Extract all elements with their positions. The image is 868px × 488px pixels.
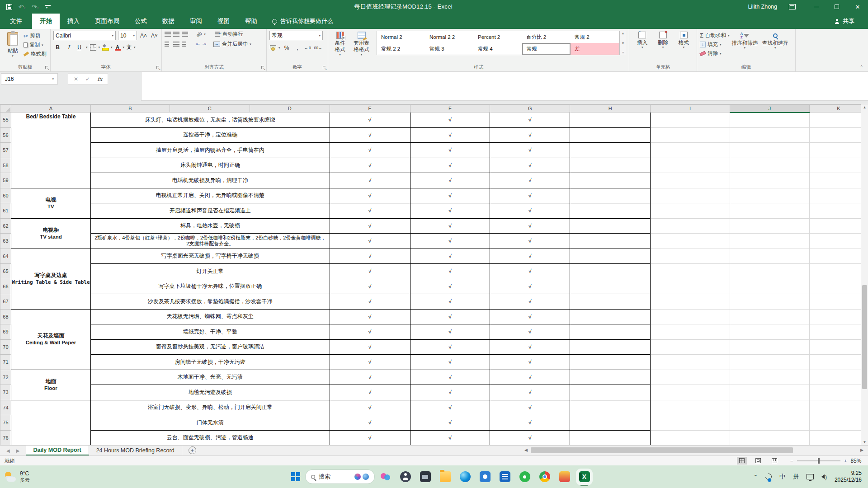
check-cell[interactable]: √ xyxy=(410,264,490,279)
checklist-item-cell[interactable]: 遥控器干净，定位准确 xyxy=(90,127,330,143)
empty-cell[interactable] xyxy=(730,279,810,294)
checklist-item-cell[interactable]: 写字桌面光亮无破损，写字椅干净无破损 xyxy=(90,249,330,264)
check-cell[interactable]: √ xyxy=(490,264,570,279)
green-app-icon[interactable] xyxy=(519,471,530,483)
check-cell[interactable]: √ xyxy=(330,249,410,264)
cell-style-item[interactable]: 常规 4 xyxy=(474,43,522,55)
scroll-right-icon[interactable]: ▶ xyxy=(860,448,863,452)
empty-cell[interactable] xyxy=(570,218,651,234)
tab-开始[interactable]: 开始 xyxy=(32,14,60,29)
empty-cell[interactable] xyxy=(570,188,651,203)
empty-cell[interactable] xyxy=(651,415,730,431)
new-sheet-button[interactable]: + xyxy=(189,446,196,454)
vertical-scroll-thumb[interactable] xyxy=(862,285,867,389)
empty-cell[interactable] xyxy=(651,430,730,445)
excel-icon[interactable]: X xyxy=(579,471,590,483)
check-cell[interactable]: √ xyxy=(330,430,410,445)
empty-cell[interactable] xyxy=(809,218,868,234)
empty-cell[interactable] xyxy=(809,339,868,355)
cut-button[interactable]: ✂剪切 xyxy=(24,33,47,39)
empty-cell[interactable] xyxy=(730,234,810,249)
empty-cell[interactable] xyxy=(809,264,868,279)
empty-cell[interactable] xyxy=(651,294,730,310)
check-cell[interactable]: √ xyxy=(490,143,570,158)
empty-cell[interactable] xyxy=(730,370,810,385)
check-cell[interactable]: √ xyxy=(330,385,410,400)
format-as-table-button[interactable]: 套用表格格式▾ xyxy=(349,31,374,58)
checklist-item-cell[interactable]: 木地面干净、光亮、无污渍 xyxy=(90,370,330,385)
grow-font-button[interactable]: A˄ xyxy=(139,31,148,40)
increase-decimal-icon[interactable]: ←.0 xyxy=(304,46,311,50)
row-header-55[interactable]: 55 xyxy=(0,113,11,128)
empty-cell[interactable] xyxy=(730,203,810,219)
clipboard-dialog-launcher[interactable] xyxy=(45,66,49,70)
name-box[interactable]: J16▾ xyxy=(1,73,58,84)
empty-cell[interactable] xyxy=(730,430,810,445)
zoom-percentage[interactable]: 85% xyxy=(850,458,861,464)
align-top-icon[interactable] xyxy=(165,32,171,37)
account-name[interactable]: Lilith Zhong xyxy=(748,4,777,10)
row-header-67[interactable]: 67 xyxy=(0,294,11,310)
check-cell[interactable]: √ xyxy=(490,218,570,234)
empty-cell[interactable] xyxy=(730,218,810,234)
empty-cell[interactable] xyxy=(570,400,651,415)
weather-widget[interactable]: 9°C 多云 xyxy=(0,471,90,483)
file-explorer-icon[interactable] xyxy=(439,471,451,483)
check-cell[interactable]: √ xyxy=(330,370,410,385)
empty-cell[interactable] xyxy=(651,264,730,279)
empty-cell[interactable] xyxy=(651,400,730,415)
row-header-76[interactable]: 76 xyxy=(0,430,11,445)
start-button[interactable] xyxy=(291,472,300,481)
check-cell[interactable]: √ xyxy=(490,430,570,445)
alignment-dialog-launcher[interactable] xyxy=(261,66,265,70)
empty-cell[interactable] xyxy=(570,158,651,173)
enter-formula-icon[interactable]: ✓ xyxy=(85,76,90,82)
share-button[interactable]: 共享 xyxy=(835,14,868,29)
checklist-item-cell[interactable]: 电视机正常开启、关闭，无异响或图像不清楚 xyxy=(90,188,330,203)
category-cell[interactable]: 写字桌及边桌Writing Table & Side Table xyxy=(11,249,90,309)
row-header-63[interactable]: 63 xyxy=(0,234,11,249)
check-cell[interactable]: √ xyxy=(330,309,410,324)
empty-cell[interactable] xyxy=(809,355,868,370)
number-dialog-launcher[interactable] xyxy=(323,66,326,70)
cancel-formula-icon[interactable]: ✕ xyxy=(74,76,78,82)
empty-cell[interactable] xyxy=(809,188,868,203)
sheet-tab-daily-mod-report[interactable]: Daily MOD Report xyxy=(26,446,89,455)
comma-style-button[interactable]: , xyxy=(293,43,302,52)
empty-cell[interactable] xyxy=(570,203,651,219)
empty-cell[interactable] xyxy=(570,143,651,158)
empty-cell[interactable] xyxy=(730,188,810,203)
empty-cell[interactable] xyxy=(730,385,810,400)
check-cell[interactable]: √ xyxy=(330,218,410,234)
accounting-dropdown[interactable]: ▾ xyxy=(278,46,280,50)
zoom-slider[interactable] xyxy=(797,460,840,461)
checklist-item-cell[interactable]: 沙发及茶几按要求摆放，靠垫饱满挺括，沙发套干净 xyxy=(90,294,330,310)
empty-cell[interactable] xyxy=(570,113,651,128)
empty-cell[interactable] xyxy=(730,127,810,143)
redo-icon[interactable]: ↷▾ xyxy=(32,4,38,10)
empty-cell[interactable] xyxy=(809,113,868,128)
horizontal-scrollbar[interactable]: ◀ ▶ xyxy=(524,447,863,454)
hidden-icons-chevron[interactable]: ⌃ xyxy=(754,474,758,480)
check-cell[interactable]: √ xyxy=(330,113,410,128)
empty-cell[interactable] xyxy=(730,249,810,264)
check-cell[interactable]: √ xyxy=(490,339,570,355)
empty-cell[interactable] xyxy=(730,324,810,340)
decrease-decimal-icon[interactable]: .00→ xyxy=(313,46,322,50)
empty-cell[interactable] xyxy=(651,158,730,173)
borders-dropdown[interactable]: ▾ xyxy=(99,46,100,49)
check-cell[interactable]: √ xyxy=(490,127,570,143)
row-header-64[interactable]: 64 xyxy=(0,249,11,264)
empty-cell[interactable] xyxy=(570,370,651,385)
cell-style-item[interactable]: 常规 2 2 xyxy=(377,43,425,55)
cell-style-item[interactable]: 常规 2 xyxy=(571,31,619,43)
blue-grid-app-icon[interactable] xyxy=(499,471,510,483)
phonetic-dropdown[interactable]: ▾ xyxy=(134,46,136,49)
empty-cell[interactable] xyxy=(651,127,730,143)
orientation-icon[interactable]: ab xyxy=(195,30,203,38)
empty-cell[interactable] xyxy=(570,249,651,264)
check-cell[interactable]: √ xyxy=(330,188,410,203)
align-right-icon[interactable] xyxy=(182,42,188,47)
clear-button[interactable]: 清除▾ xyxy=(700,50,730,57)
cell-style-item[interactable]: 常规 3 xyxy=(425,43,474,55)
